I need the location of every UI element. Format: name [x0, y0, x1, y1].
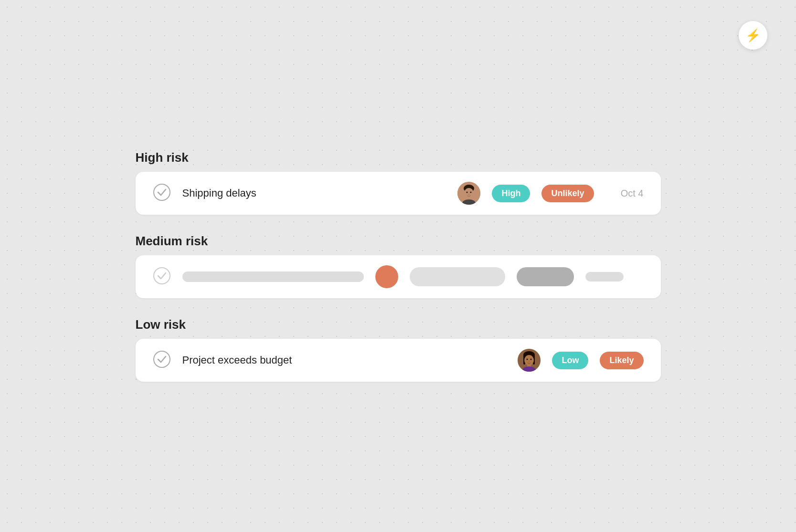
high-risk-section: High risk Shipping delays	[136, 150, 661, 215]
main-content: High risk Shipping delays	[136, 150, 661, 382]
low-risk-title: Low risk	[136, 317, 661, 332]
priority-badge-high[interactable]: High	[492, 185, 530, 202]
likelihood-badge-likely[interactable]: Likely	[600, 352, 643, 369]
svg-point-5	[470, 192, 472, 193]
medium-risk-title: Medium risk	[136, 234, 661, 249]
svg-point-18	[529, 361, 530, 361]
lightning-icon: ⚡	[745, 28, 761, 43]
risk-item-name-budget: Project exceeds budget	[182, 354, 507, 366]
due-date: Oct 4	[605, 188, 644, 199]
svg-point-0	[154, 184, 170, 200]
check-icon-budget[interactable]	[153, 350, 171, 370]
svg-point-6	[468, 194, 469, 195]
low-risk-section: Low risk Project exceeds budget	[136, 317, 661, 382]
check-icon-shipping[interactable]	[153, 183, 171, 203]
svg-point-3	[464, 188, 474, 198]
check-icon-medium[interactable]	[153, 267, 171, 287]
svg-point-4	[467, 192, 468, 193]
risk-item-name: Shipping delays	[182, 187, 446, 199]
avatar-woman	[518, 349, 541, 372]
redacted-priority-badge	[410, 267, 505, 286]
redacted-name	[182, 271, 364, 282]
redacted-likelihood-badge	[517, 267, 574, 286]
risk-item-shipping-delays[interactable]: Shipping delays	[136, 172, 661, 215]
priority-badge-low[interactable]: Low	[552, 352, 588, 369]
svg-point-17	[531, 359, 532, 360]
high-risk-title: High risk	[136, 150, 661, 165]
avatar-placeholder	[375, 265, 398, 288]
svg-point-10	[154, 351, 170, 367]
avatar-man	[457, 182, 480, 205]
redacted-date	[585, 272, 624, 282]
risk-item-medium[interactable]	[136, 255, 661, 298]
medium-risk-section: Medium risk	[136, 234, 661, 298]
lightning-quick-action-button[interactable]: ⚡	[739, 21, 767, 50]
likelihood-badge-unlikely[interactable]: Unlikely	[541, 185, 594, 202]
svg-point-9	[154, 268, 170, 284]
svg-point-16	[527, 359, 528, 360]
risk-item-project-budget[interactable]: Project exceeds budget	[136, 339, 661, 382]
svg-point-15	[524, 355, 534, 365]
